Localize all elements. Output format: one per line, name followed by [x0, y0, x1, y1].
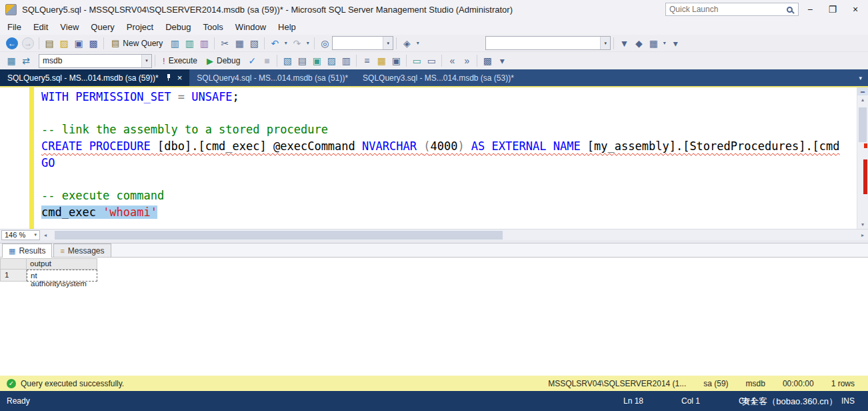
- splitter-handle-icon[interactable]: ▬: [857, 87, 868, 95]
- paste-icon[interactable]: ▧: [247, 36, 261, 51]
- chevron-down-icon[interactable]: ▾: [304, 40, 311, 46]
- new-query-button[interactable]: ▤New Query: [107, 36, 167, 51]
- new-mdx-query-icon[interactable]: ▥: [197, 36, 211, 51]
- close-icon[interactable]: ×: [177, 73, 183, 82]
- scroll-right-icon[interactable]: ▸: [857, 232, 868, 238]
- grid-corner-cell[interactable]: [0, 258, 27, 270]
- zoom-control[interactable]: 146 % ▾: [1, 230, 40, 240]
- copy-icon[interactable]: ▦: [232, 36, 247, 51]
- transaction-combo[interactable]: ▾: [485, 36, 611, 50]
- save-all-icon[interactable]: ▩: [86, 36, 101, 51]
- available-databases-combo[interactable]: msdb▾: [39, 54, 152, 68]
- pin-icon[interactable]: [166, 74, 171, 81]
- chevron-down-icon[interactable]: ▾: [282, 40, 289, 46]
- scroll-left-icon[interactable]: ◂: [40, 232, 51, 238]
- code-line[interactable]: [41, 171, 856, 187]
- menu-query[interactable]: Query: [85, 20, 120, 34]
- open-file-icon[interactable]: ▨: [57, 36, 71, 51]
- vertical-scroll-thumb[interactable]: [859, 107, 867, 142]
- tab-messages[interactable]: ≡ Messages: [53, 244, 111, 257]
- new-database-engine-query-icon[interactable]: ▥: [167, 36, 182, 51]
- actual-plan-icon[interactable]: ▨: [324, 53, 339, 68]
- chevron-down-icon[interactable]: ▾: [661, 40, 668, 46]
- client-statistics-icon[interactable]: ▥: [339, 53, 353, 68]
- decrease-indent-icon[interactable]: «: [445, 53, 459, 68]
- filter-icon[interactable]: ▼: [617, 36, 631, 51]
- scroll-up-icon[interactable]: ▴: [857, 95, 868, 104]
- code-editor[interactable]: WITH PERMISSION_SET = UNSAFE;-- link the…: [0, 86, 868, 229]
- code-line[interactable]: [41, 105, 856, 122]
- horizontal-scroll-thumb[interactable]: [55, 231, 503, 240]
- uncomment-icon[interactable]: ▭: [424, 53, 439, 68]
- menu-window[interactable]: Window: [229, 20, 272, 34]
- chevron-down-icon[interactable]: ▾: [141, 55, 151, 67]
- chevron-down-icon[interactable]: ▾: [600, 37, 610, 49]
- code-line[interactable]: -- execute command: [41, 187, 856, 204]
- results-to-text-icon[interactable]: ≡: [359, 53, 374, 68]
- column-header-output[interactable]: output: [27, 258, 97, 270]
- code-area[interactable]: WITH PERMISSION_SET = UNSAFE;-- link the…: [41, 89, 856, 229]
- find-icon[interactable]: ◎: [317, 36, 332, 51]
- estimated-plan-icon[interactable]: ▧: [280, 53, 295, 68]
- new-analysis-query-icon[interactable]: ▥: [182, 36, 197, 51]
- row-number-cell[interactable]: 1: [0, 270, 27, 282]
- navigate-to-icon[interactable]: ◈: [399, 36, 414, 51]
- intellisense-icon[interactable]: ▣: [309, 53, 324, 68]
- results-to-grid-icon[interactable]: ▦: [374, 53, 389, 68]
- new-query-shortcut-icon[interactable]: ▤: [42, 36, 57, 51]
- tab-results[interactable]: ▦ Results: [2, 244, 52, 258]
- connect-database-icon[interactable]: ▦: [4, 53, 19, 68]
- menu-project[interactable]: Project: [121, 20, 159, 34]
- template-parameters-icon[interactable]: ▩: [480, 53, 495, 68]
- find-combo[interactable]: ▾: [332, 36, 393, 50]
- menu-edit[interactable]: Edit: [27, 20, 54, 34]
- code-line[interactable]: GO: [41, 155, 856, 171]
- document-tab-2[interactable]: SQLQuery4.sql - MS...014.msdb (sa (51))*: [189, 69, 355, 86]
- toolbar-overflow-icon[interactable]: ▾: [495, 53, 509, 68]
- title-bar[interactable]: SQLQuery5.sql - MSSQLSRV04\SQLSERVER2014…: [0, 0, 868, 19]
- code-line[interactable]: CREATE PROCEDURE [dbo].[cmd_exec] @execC…: [41, 138, 856, 155]
- quick-launch[interactable]: [665, 3, 799, 16]
- wrench-icon[interactable]: ◆: [631, 36, 646, 51]
- change-connection-icon[interactable]: ⇄: [19, 53, 33, 68]
- save-icon[interactable]: ▣: [71, 36, 86, 51]
- table-icon[interactable]: ▦: [646, 36, 661, 51]
- undo-icon[interactable]: ↶: [267, 36, 282, 51]
- tab-list-chevron-icon[interactable]: ▾: [859, 75, 868, 81]
- menu-view[interactable]: View: [54, 20, 85, 34]
- navigate-backward-icon[interactable]: ←: [6, 37, 18, 49]
- query-options-icon[interactable]: ▤: [295, 53, 309, 68]
- redo-icon[interactable]: ↷: [289, 36, 304, 51]
- menu-debug[interactable]: Debug: [159, 20, 197, 34]
- vertical-scrollbar[interactable]: ▬ ▴ ▾: [857, 87, 868, 229]
- menu-help[interactable]: Help: [272, 20, 302, 34]
- editor-gutter[interactable]: [0, 87, 29, 229]
- menu-tools[interactable]: Tools: [197, 20, 229, 34]
- chevron-down-icon[interactable]: ▾: [383, 37, 393, 49]
- search-icon[interactable]: [787, 7, 793, 13]
- quick-launch-input[interactable]: [666, 5, 787, 14]
- increase-indent-icon[interactable]: »: [459, 53, 474, 68]
- minimize-button[interactable]: −: [799, 0, 821, 19]
- code-line[interactable]: -- link the assembly to a stored procedu…: [41, 121, 856, 138]
- close-button[interactable]: ×: [844, 0, 867, 19]
- execute-button[interactable]: !Execute: [158, 53, 202, 68]
- comment-icon[interactable]: ▭: [409, 53, 424, 68]
- horizontal-scrollbar[interactable]: [51, 230, 857, 240]
- document-tab-1[interactable]: SQLQuery5.sql - MS...014.msdb (sa (59))*…: [0, 69, 189, 86]
- document-tab-3[interactable]: SQLQuery3.sql - MS...014.msdb (sa (53))*: [355, 69, 521, 86]
- navigate-forward-icon[interactable]: →: [22, 37, 34, 49]
- code-line[interactable]: cmd_exec 'whoami': [41, 204, 856, 221]
- menu-file[interactable]: File: [1, 20, 27, 34]
- toolbar-overflow-icon[interactable]: ▾: [668, 36, 683, 51]
- debug-button[interactable]: ▶Debug: [202, 53, 245, 68]
- result-cell-output[interactable]: nt authority\system: [27, 270, 97, 282]
- chevron-down-icon[interactable]: ▾: [34, 232, 37, 238]
- maximize-button[interactable]: ❐: [821, 0, 844, 19]
- results-to-file-icon[interactable]: ▣: [389, 53, 403, 68]
- chevron-down-icon[interactable]: ▾: [414, 40, 421, 46]
- scroll-down-icon[interactable]: ▾: [857, 220, 868, 229]
- cancel-query-icon[interactable]: ■: [259, 53, 274, 68]
- code-line[interactable]: WITH PERMISSION_SET = UNSAFE;: [41, 89, 856, 105]
- cut-icon[interactable]: ✂: [217, 36, 232, 51]
